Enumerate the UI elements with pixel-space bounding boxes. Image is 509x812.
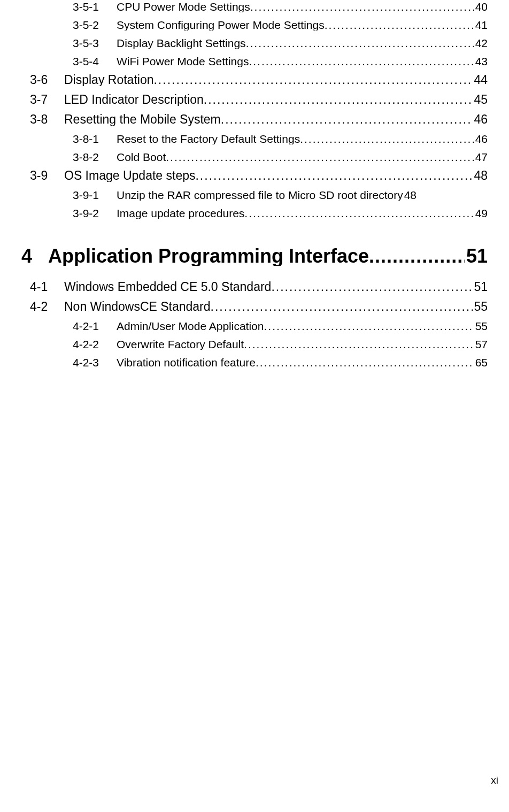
toc-entry: 3-5-2 System Configuring Power Mode Sett… <box>21 19 488 30</box>
toc-page: 46 <box>474 133 488 144</box>
toc-title: Windows Embedded CE 5.0 Standard <box>64 281 271 293</box>
toc-entry: 4-2-1 Admin/User Mode Application ......… <box>21 320 488 332</box>
toc-dots: ........................................… <box>250 1 474 12</box>
toc-dots: ........................................… <box>153 74 473 86</box>
toc-chapter: 4 Application Programming Interface ....… <box>21 247 488 266</box>
toc-number: 4-2-3 <box>73 357 117 368</box>
toc-dots: ........................................… <box>300 133 474 144</box>
toc-entry: 4-1 Windows Embedded CE 5.0 Standard ...… <box>21 281 488 293</box>
toc-title: Unzip the RAR compressed file to Micro S… <box>117 189 403 201</box>
toc-number: 4-2-1 <box>73 320 117 332</box>
toc-dots: ........................................… <box>244 208 474 219</box>
toc-dots: ........................................… <box>249 56 474 67</box>
toc-page: 55 <box>474 320 488 332</box>
toc-dots: ........................................… <box>166 151 474 163</box>
toc-entry: 3-8-2 Cold Boot ........................… <box>21 151 488 163</box>
toc-title: WiFi Power Mode Settings <box>117 56 249 67</box>
toc-page: 42 <box>474 37 488 49</box>
toc-title: Display Backlight Settings <box>117 37 246 49</box>
toc-dots: ........................................… <box>271 281 473 293</box>
toc-dots: ........................................… <box>211 301 473 313</box>
toc-entry: 4-2 Non WindowsCE Standard .............… <box>21 301 488 313</box>
toc-number: 3-5-4 <box>73 56 117 67</box>
toc-dots: ........................................… <box>244 339 474 350</box>
toc-number: 3-9 <box>30 170 64 182</box>
toc-dots: ........................................… <box>325 19 474 30</box>
toc-page: 46 <box>473 113 488 126</box>
toc-page: 51 <box>473 281 488 293</box>
toc-number: 3-8 <box>30 113 64 126</box>
toc-number: 4-1 <box>30 281 64 293</box>
toc-title: Resetting the Mobile System <box>64 113 221 126</box>
toc-page: 57 <box>474 339 488 350</box>
page-number-footer: xi <box>491 775 498 786</box>
toc-number: 3-5-1 <box>73 1 117 12</box>
toc-title: System Configuring Power Mode Settings <box>117 19 325 30</box>
toc-dots: ........................................… <box>246 37 474 49</box>
toc-page: 48 <box>403 189 417 201</box>
toc-number: 3-5-3 <box>73 37 117 49</box>
toc-number: 3-8-2 <box>73 151 117 163</box>
toc-entry: 4-2-2 Overwrite Factory Default ........… <box>21 339 488 350</box>
toc-number: 3-6 <box>30 74 64 86</box>
toc-number: 3-7 <box>30 94 64 106</box>
toc-number: 3-8-1 <box>73 133 117 144</box>
toc-title: Vibration notification feature <box>117 357 256 368</box>
toc-number: 4-2 <box>30 301 64 313</box>
toc-page: 49 <box>474 208 488 219</box>
toc-entry: 3-5-4 WiFi Power Mode Settings .........… <box>21 56 488 67</box>
toc-number: 3-5-2 <box>73 19 117 30</box>
toc-dots: ........................................… <box>256 357 474 368</box>
toc-entry: 3-5-3 Display Backlight Settings .......… <box>21 37 488 49</box>
toc-title: Cold Boot <box>117 151 166 163</box>
toc-entry: 3-8 Resetting the Mobile System ........… <box>21 113 488 126</box>
toc-title: Admin/User Mode Application <box>117 320 264 332</box>
toc-entry: 4-2-3 Vibration notification feature ...… <box>21 357 488 368</box>
toc-entry: 3-7 LED Indicator Description ..........… <box>21 94 488 106</box>
toc-title: OS Image Update steps <box>64 170 195 182</box>
toc-title: Image update procedures <box>117 208 244 219</box>
toc-number: 3-9-2 <box>73 208 117 219</box>
toc-title: Non WindowsCE Standard <box>64 301 211 313</box>
toc-number: 4-2-2 <box>73 339 117 350</box>
toc-dots: ........................................… <box>195 170 473 182</box>
toc-title: CPU Power Mode Settings <box>117 1 250 12</box>
toc-entry: 3-9 OS Image Update steps ..............… <box>21 170 488 182</box>
toc-page: 51 <box>465 247 488 266</box>
toc-dots: ........................................… <box>369 247 465 266</box>
toc-title: Display Rotation <box>64 74 153 86</box>
toc-dots: ........................................… <box>204 94 473 106</box>
toc-page: 40 <box>474 1 488 12</box>
toc-page: 55 <box>473 301 488 313</box>
toc-page: 47 <box>474 151 488 163</box>
toc-title: LED Indicator Description <box>64 94 204 106</box>
toc-number: 4 <box>21 247 48 266</box>
toc-dots: ........................................… <box>264 320 474 332</box>
toc-entry: 3-8-1 Reset to the Factory Default Setti… <box>21 133 488 144</box>
toc-title: Application Programming Interface <box>48 247 369 266</box>
toc-title: Reset to the Factory Default Settings <box>117 133 300 144</box>
toc-page: 44 <box>473 74 488 86</box>
toc-page: 43 <box>474 56 488 67</box>
toc-entry: 3-6 Display Rotation ...................… <box>21 74 488 86</box>
toc-entry: 3-9-1 Unzip the RAR compressed file to M… <box>21 189 488 201</box>
toc-title: Overwrite Factory Default <box>117 339 244 350</box>
toc-entry: 3-5-1 CPU Power Mode Settings ..........… <box>21 1 488 12</box>
toc-dots: ........................................… <box>221 113 473 126</box>
toc-number: 3-9-1 <box>73 189 117 201</box>
toc-page: 45 <box>473 94 488 106</box>
toc-page: 41 <box>474 19 488 30</box>
toc-page: 65 <box>474 357 488 368</box>
toc-page: 48 <box>473 170 488 182</box>
toc-container: 3-5-1 CPU Power Mode Settings ..........… <box>0 1 509 368</box>
toc-entry: 3-9-2 Image update procedures ..........… <box>21 208 488 219</box>
